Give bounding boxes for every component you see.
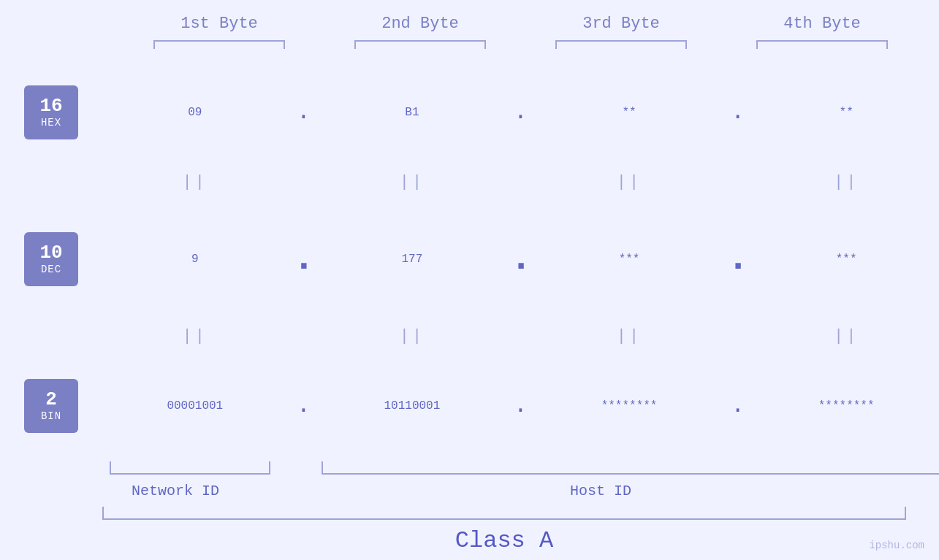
dec-dot3: . <box>727 237 749 280</box>
bin-section: 2 BIN 00001001 . 10110001 . ******** . *… <box>0 377 939 435</box>
class-label: Class A <box>102 527 906 554</box>
bin-b2: 10110001 <box>324 399 500 413</box>
equals-row-1: || || || || <box>0 173 939 191</box>
equals-1-b1: || <box>107 173 283 191</box>
host-id-label: Host ID <box>570 483 631 499</box>
hex-values-row: 09 . B1 . ** . ** <box>102 99 939 126</box>
host-bracket <box>322 461 939 475</box>
watermark: ipshu.com <box>869 540 924 551</box>
equals-2-b1: || <box>107 327 283 345</box>
bracket-byte4 <box>756 40 888 49</box>
dec-section: 10 DEC 9 . 177 . *** . *** <box>0 223 939 296</box>
bin-values-row: 00001001 . 10110001 . ******** . *******… <box>102 392 939 419</box>
full-bracket <box>102 507 906 520</box>
bracket-byte1 <box>153 40 285 49</box>
header-byte3: 3rd Byte <box>533 15 709 33</box>
top-brackets <box>119 40 923 49</box>
id-brackets <box>102 461 939 477</box>
bottom-section: Network ID Host ID Class A <box>0 461 939 554</box>
hex-badge: 16 HEX <box>24 85 78 139</box>
equals-2-b2: || <box>324 327 500 345</box>
hex-badge-number: 16 <box>39 96 62 117</box>
hex-b4: ** <box>759 106 934 119</box>
bin-badge-col: 2 BIN <box>0 377 102 435</box>
id-labels: Network ID Host ID <box>102 477 939 504</box>
header-byte2: 2nd Byte <box>332 15 508 33</box>
dec-b1: 9 <box>107 253 283 266</box>
hex-badge-label: HEX <box>41 117 61 129</box>
bracket-byte3 <box>555 40 687 49</box>
equals-2-b3: || <box>541 327 717 345</box>
dec-b4: *** <box>759 253 934 266</box>
bin-b4: ******** <box>759 399 934 413</box>
hex-b1: 09 <box>107 106 283 119</box>
bin-dot3: . <box>727 392 749 419</box>
hex-b2: B1 <box>324 106 500 119</box>
equals-1-b4: || <box>759 173 934 191</box>
bin-b3: ******** <box>541 399 717 413</box>
hex-dot3: . <box>727 99 749 126</box>
header-byte4: 4th Byte <box>734 15 910 33</box>
network-bracket <box>110 461 270 475</box>
dec-badge-label: DEC <box>41 264 61 275</box>
bin-b1: 00001001 <box>107 399 283 413</box>
dec-dot1: . <box>292 237 314 280</box>
equals-1-b3: || <box>541 173 717 191</box>
bin-dot2: . <box>509 392 531 419</box>
main-container: 1st Byte 2nd Byte 3rd Byte 4th Byte 16 H… <box>0 0 939 560</box>
equals-1-b2: || <box>324 173 500 191</box>
dec-badge-col: 10 DEC <box>0 223 102 296</box>
bin-badge-number: 2 <box>45 389 57 410</box>
hex-dot1: . <box>292 99 314 126</box>
dec-values-row: 9 . 177 . *** . *** <box>102 237 939 280</box>
dec-b2: 177 <box>324 253 500 266</box>
header-byte1: 1st Byte <box>132 15 307 33</box>
byte-headers: 1st Byte 2nd Byte 3rd Byte 4th Byte <box>119 15 923 33</box>
dec-dot2: . <box>509 237 531 280</box>
bin-badge: 2 BIN <box>24 379 78 433</box>
bin-badge-label: BIN <box>41 410 61 422</box>
hex-badge-col: 16 HEX <box>0 83 102 142</box>
hex-b3: ** <box>541 106 717 119</box>
hex-section: 16 HEX 09 . B1 . ** . ** <box>0 83 939 142</box>
network-id-label: Network ID <box>132 483 219 499</box>
hex-dot2: . <box>509 99 531 126</box>
equals-row-2: || || || || <box>0 327 939 345</box>
bin-dot1: . <box>292 392 314 419</box>
dec-badge: 10 DEC <box>24 232 78 286</box>
bracket-byte2 <box>354 40 486 49</box>
dec-b3: *** <box>541 253 717 266</box>
dec-badge-number: 10 <box>39 242 62 264</box>
equals-2-b4: || <box>759 327 934 345</box>
